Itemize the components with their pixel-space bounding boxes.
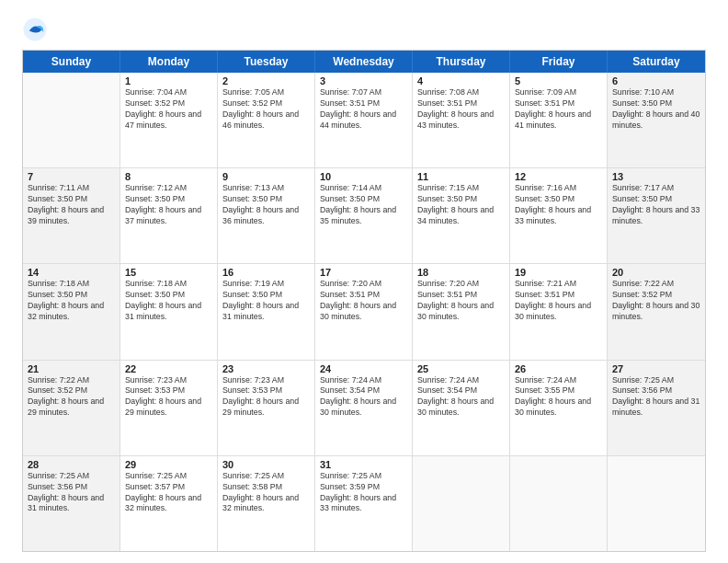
calendar-header-row: SundayMondayTuesdayWednesdayThursdayFrid… bbox=[23, 51, 705, 73]
day-info: Sunrise: 7:13 AMSunset: 3:50 PMDaylight:… bbox=[222, 183, 310, 227]
calendar: SundayMondayTuesdayWednesdayThursdayFrid… bbox=[22, 50, 706, 552]
day-info: Sunrise: 7:18 AMSunset: 3:50 PMDaylight:… bbox=[28, 279, 115, 323]
cal-cell-11: 11Sunrise: 7:15 AMSunset: 3:50 PMDayligh… bbox=[413, 168, 510, 263]
calendar-row-4: 21Sunrise: 7:22 AMSunset: 3:52 PMDayligh… bbox=[23, 360, 705, 455]
day-info: Sunrise: 7:25 AMSunset: 3:57 PMDaylight:… bbox=[125, 471, 212, 515]
page: SundayMondayTuesdayWednesdayThursdayFrid… bbox=[0, 0, 728, 563]
day-info: Sunrise: 7:24 AMSunset: 3:55 PMDaylight:… bbox=[515, 375, 602, 419]
day-info: Sunrise: 7:14 AMSunset: 3:50 PMDaylight:… bbox=[320, 183, 407, 227]
day-number: 24 bbox=[320, 363, 407, 374]
cal-cell-empty-6 bbox=[608, 456, 705, 551]
day-info: Sunrise: 7:22 AMSunset: 3:52 PMDaylight:… bbox=[28, 375, 115, 419]
day-info: Sunrise: 7:25 AMSunset: 3:56 PMDaylight:… bbox=[28, 471, 115, 515]
cal-cell-23: 23Sunrise: 7:23 AMSunset: 3:53 PMDayligh… bbox=[218, 361, 315, 455]
cal-cell-31: 31Sunrise: 7:25 AMSunset: 3:59 PMDayligh… bbox=[315, 456, 413, 551]
day-info: Sunrise: 7:21 AMSunset: 3:51 PMDaylight:… bbox=[515, 279, 602, 323]
cal-cell-7: 7Sunrise: 7:11 AMSunset: 3:50 PMDaylight… bbox=[23, 168, 120, 263]
day-number: 23 bbox=[222, 363, 310, 374]
header-day-sunday: Sunday bbox=[23, 51, 120, 73]
day-info: Sunrise: 7:20 AMSunset: 3:51 PMDaylight:… bbox=[320, 279, 407, 323]
day-number: 27 bbox=[612, 363, 700, 374]
day-number: 3 bbox=[320, 75, 407, 86]
cal-cell-empty-4 bbox=[413, 456, 510, 551]
header-day-thursday: Thursday bbox=[413, 51, 510, 73]
cal-cell-20: 20Sunrise: 7:22 AMSunset: 3:52 PMDayligh… bbox=[608, 264, 705, 359]
day-info: Sunrise: 7:12 AMSunset: 3:50 PMDaylight:… bbox=[125, 183, 212, 227]
day-info: Sunrise: 7:25 AMSunset: 3:59 PMDaylight:… bbox=[320, 471, 407, 515]
logo bbox=[22, 17, 51, 42]
day-info: Sunrise: 7:24 AMSunset: 3:54 PMDaylight:… bbox=[320, 375, 407, 419]
cal-cell-26: 26Sunrise: 7:24 AMSunset: 3:55 PMDayligh… bbox=[510, 361, 608, 455]
cal-cell-30: 30Sunrise: 7:25 AMSunset: 3:58 PMDayligh… bbox=[218, 456, 315, 551]
calendar-body: 1Sunrise: 7:04 AMSunset: 3:52 PMDaylight… bbox=[23, 73, 705, 551]
cal-cell-17: 17Sunrise: 7:20 AMSunset: 3:51 PMDayligh… bbox=[315, 264, 413, 359]
header-day-tuesday: Tuesday bbox=[218, 51, 315, 73]
cal-cell-18: 18Sunrise: 7:20 AMSunset: 3:51 PMDayligh… bbox=[413, 264, 510, 359]
calendar-row-3: 14Sunrise: 7:18 AMSunset: 3:50 PMDayligh… bbox=[23, 263, 705, 359]
cal-cell-3: 3Sunrise: 7:07 AMSunset: 3:51 PMDaylight… bbox=[315, 73, 413, 167]
day-number: 5 bbox=[515, 75, 602, 86]
cal-cell-15: 15Sunrise: 7:18 AMSunset: 3:50 PMDayligh… bbox=[120, 264, 218, 359]
cal-cell-1: 1Sunrise: 7:04 AMSunset: 3:52 PMDaylight… bbox=[120, 73, 218, 167]
day-info: Sunrise: 7:17 AMSunset: 3:50 PMDaylight:… bbox=[612, 183, 700, 227]
cal-cell-5: 5Sunrise: 7:09 AMSunset: 3:51 PMDaylight… bbox=[510, 73, 608, 167]
day-info: Sunrise: 7:11 AMSunset: 3:50 PMDaylight:… bbox=[28, 183, 115, 227]
day-number: 15 bbox=[125, 267, 212, 278]
cal-cell-16: 16Sunrise: 7:19 AMSunset: 3:50 PMDayligh… bbox=[218, 264, 315, 359]
day-info: Sunrise: 7:10 AMSunset: 3:50 PMDaylight:… bbox=[612, 87, 700, 132]
day-number: 26 bbox=[515, 363, 602, 374]
day-number: 31 bbox=[320, 459, 407, 470]
day-number: 11 bbox=[417, 171, 505, 182]
calendar-row-1: 1Sunrise: 7:04 AMSunset: 3:52 PMDaylight… bbox=[23, 73, 705, 167]
day-info: Sunrise: 7:18 AMSunset: 3:50 PMDaylight:… bbox=[125, 279, 212, 323]
calendar-row-5: 28Sunrise: 7:25 AMSunset: 3:56 PMDayligh… bbox=[23, 455, 705, 551]
cal-cell-22: 22Sunrise: 7:23 AMSunset: 3:53 PMDayligh… bbox=[120, 361, 218, 455]
day-number: 10 bbox=[320, 171, 407, 182]
cal-cell-27: 27Sunrise: 7:25 AMSunset: 3:56 PMDayligh… bbox=[608, 361, 705, 455]
cal-cell-2: 2Sunrise: 7:05 AMSunset: 3:52 PMDaylight… bbox=[218, 73, 315, 167]
day-number: 1 bbox=[125, 75, 212, 86]
day-info: Sunrise: 7:20 AMSunset: 3:51 PMDaylight:… bbox=[417, 279, 505, 323]
day-number: 14 bbox=[28, 267, 115, 278]
cal-cell-25: 25Sunrise: 7:24 AMSunset: 3:54 PMDayligh… bbox=[413, 361, 510, 455]
cal-cell-24: 24Sunrise: 7:24 AMSunset: 3:54 PMDayligh… bbox=[315, 361, 413, 455]
day-number: 18 bbox=[417, 267, 505, 278]
day-number: 4 bbox=[417, 75, 505, 86]
cal-cell-9: 9Sunrise: 7:13 AMSunset: 3:50 PMDaylight… bbox=[218, 168, 315, 263]
day-info: Sunrise: 7:15 AMSunset: 3:50 PMDaylight:… bbox=[417, 183, 505, 227]
day-info: Sunrise: 7:07 AMSunset: 3:51 PMDaylight:… bbox=[320, 87, 407, 132]
day-info: Sunrise: 7:04 AMSunset: 3:52 PMDaylight:… bbox=[125, 87, 212, 132]
cal-cell-6: 6Sunrise: 7:10 AMSunset: 3:50 PMDaylight… bbox=[608, 73, 705, 167]
calendar-row-2: 7Sunrise: 7:11 AMSunset: 3:50 PMDaylight… bbox=[23, 167, 705, 263]
cal-cell-10: 10Sunrise: 7:14 AMSunset: 3:50 PMDayligh… bbox=[315, 168, 413, 263]
day-info: Sunrise: 7:09 AMSunset: 3:51 PMDaylight:… bbox=[515, 87, 602, 132]
day-number: 6 bbox=[612, 75, 700, 86]
day-info: Sunrise: 7:16 AMSunset: 3:50 PMDaylight:… bbox=[515, 183, 602, 227]
cal-cell-12: 12Sunrise: 7:16 AMSunset: 3:50 PMDayligh… bbox=[510, 168, 608, 263]
header-day-friday: Friday bbox=[510, 51, 608, 73]
day-info: Sunrise: 7:08 AMSunset: 3:51 PMDaylight:… bbox=[417, 87, 505, 132]
logo-icon bbox=[22, 17, 48, 42]
header-day-wednesday: Wednesday bbox=[315, 51, 413, 73]
day-number: 2 bbox=[222, 75, 310, 86]
day-number: 22 bbox=[125, 363, 212, 374]
day-number: 30 bbox=[222, 459, 310, 470]
day-info: Sunrise: 7:19 AMSunset: 3:50 PMDaylight:… bbox=[222, 279, 310, 323]
day-info: Sunrise: 7:25 AMSunset: 3:56 PMDaylight:… bbox=[612, 375, 700, 419]
day-number: 21 bbox=[28, 363, 115, 374]
cal-cell-19: 19Sunrise: 7:21 AMSunset: 3:51 PMDayligh… bbox=[510, 264, 608, 359]
cal-cell-14: 14Sunrise: 7:18 AMSunset: 3:50 PMDayligh… bbox=[23, 264, 120, 359]
day-info: Sunrise: 7:23 AMSunset: 3:53 PMDaylight:… bbox=[222, 375, 310, 419]
day-info: Sunrise: 7:05 AMSunset: 3:52 PMDaylight:… bbox=[222, 87, 310, 132]
header bbox=[22, 17, 706, 42]
cal-cell-4: 4Sunrise: 7:08 AMSunset: 3:51 PMDaylight… bbox=[413, 73, 510, 167]
day-info: Sunrise: 7:22 AMSunset: 3:52 PMDaylight:… bbox=[612, 279, 700, 323]
day-number: 13 bbox=[612, 171, 700, 182]
day-number: 29 bbox=[125, 459, 212, 470]
day-number: 17 bbox=[320, 267, 407, 278]
day-number: 28 bbox=[28, 459, 115, 470]
day-info: Sunrise: 7:24 AMSunset: 3:54 PMDaylight:… bbox=[417, 375, 505, 419]
cal-cell-28: 28Sunrise: 7:25 AMSunset: 3:56 PMDayligh… bbox=[23, 456, 120, 551]
day-number: 25 bbox=[417, 363, 505, 374]
cal-cell-empty-5 bbox=[510, 456, 608, 551]
